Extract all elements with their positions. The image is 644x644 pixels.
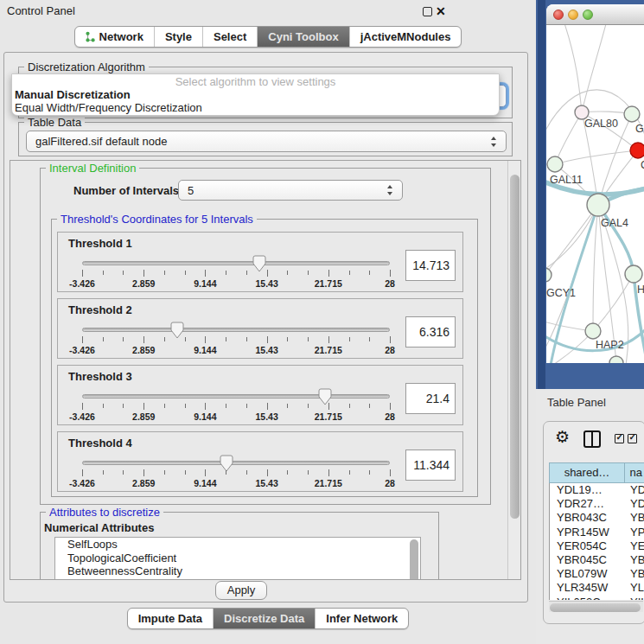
table-panel-title: Table Panel xyxy=(547,396,606,409)
cell-name[interactable]: YBR0 xyxy=(626,553,644,567)
cell-shared-name[interactable]: YBR043C xyxy=(550,511,626,525)
panel-scrollbar-thumb[interactable] xyxy=(510,175,520,519)
cell-shared-name[interactable]: YIL052C xyxy=(550,596,626,601)
table-row[interactable]: YBR045CYBR0 xyxy=(550,553,644,567)
threshold-value-field[interactable]: 21.4 xyxy=(405,383,456,414)
apply-button[interactable]: Apply xyxy=(215,581,267,600)
threshold-slider[interactable]: -3.4262.8599.14415.4321.71528 xyxy=(82,257,390,291)
network-node-gal4[interactable] xyxy=(587,194,609,216)
attributes-list-scrollbar[interactable] xyxy=(410,539,418,580)
threshold-slider[interactable]: -3.4262.8599.14415.4321.71528 xyxy=(82,456,390,491)
slider-track[interactable] xyxy=(82,261,390,265)
cell-shared-name[interactable]: YLR345W xyxy=(550,581,626,595)
tick-mark xyxy=(328,469,329,476)
algorithm-option-select-algorithm-to-view-settings[interactable]: Select algorithm to view settings xyxy=(12,75,499,88)
tab-network[interactable]: Network xyxy=(75,27,154,47)
attribute-item-betweennesscentrality[interactable]: BetweennessCentrality xyxy=(55,564,420,578)
table-row[interactable]: YLR345WYLR3 xyxy=(550,581,644,595)
threshold-slider[interactable]: -3.4262.8599.14415.4321.71528 xyxy=(82,390,390,424)
cell-shared-name[interactable]: YBL079W xyxy=(550,567,626,581)
cell-shared-name[interactable]: YER054C xyxy=(550,539,626,553)
slider-track[interactable] xyxy=(82,461,390,465)
threshold-value-field[interactable]: 6.316 xyxy=(405,316,456,348)
table-row[interactable]: YER054CYER0 xyxy=(550,539,644,553)
mac-minimize-button[interactable] xyxy=(568,10,578,20)
numerical-attributes-label: Numerical Attributes xyxy=(44,521,154,534)
cell-shared-name[interactable]: YDL19… xyxy=(550,483,626,497)
cell-name[interactable]: YLR3 xyxy=(626,581,644,595)
network-node-g[interactable] xyxy=(624,106,640,122)
algorithm-option-equal-width-frequency-discretization[interactable]: Equal Width/Frequency Discretization xyxy=(12,101,499,114)
table-data-combobox[interactable]: galFiltered.sif default node xyxy=(26,131,507,152)
network-node-label: G xyxy=(635,123,644,135)
tab-jactivemnodules[interactable]: jActiveMNodules xyxy=(349,27,462,47)
bottom-tab-impute-data[interactable]: Impute Data xyxy=(128,609,213,628)
tick-mark xyxy=(267,336,268,343)
slider-track[interactable] xyxy=(82,394,390,399)
network-view-window[interactable]: GAL80GCGAL11GAL4GCY1HHAP2 xyxy=(546,4,644,363)
tick-mark xyxy=(369,337,370,341)
attribute-item-selfloops[interactable]: SelfLoops xyxy=(55,538,420,552)
slider-track[interactable] xyxy=(82,328,390,332)
float-window-icon[interactable] xyxy=(423,7,432,16)
column-layout-icon[interactable] xyxy=(583,430,601,448)
table-row[interactable]: YBR043CYBR0 xyxy=(550,511,644,525)
cell-shared-name[interactable]: YDR27… xyxy=(550,497,626,511)
tick-mark xyxy=(123,271,124,275)
panel-scrollbar[interactable] xyxy=(507,161,520,579)
threshold-row-1: Threshold 1-3.4262.8599.14415.4321.71528… xyxy=(57,232,463,292)
cell-name[interactable]: YDR2 xyxy=(626,497,644,511)
cell-name[interactable]: YBR0 xyxy=(626,511,644,525)
tab-select[interactable]: Select xyxy=(202,27,257,47)
network-node-gcy1[interactable] xyxy=(546,268,552,282)
mac-zoom-button[interactable] xyxy=(583,10,593,20)
cell-name[interactable]: YBL0 xyxy=(626,567,644,581)
gear-icon[interactable]: ⚙ xyxy=(555,427,570,447)
tick-mark xyxy=(226,404,226,408)
tab-style[interactable]: Style xyxy=(154,27,202,47)
cell-name[interactable]: YPR1 xyxy=(626,526,644,539)
bottom-tab-discretize-data[interactable]: Discretize Data xyxy=(213,609,315,628)
table-header-row: shared… na xyxy=(549,462,644,483)
table-horizontal-scrollbar[interactable] xyxy=(549,601,643,612)
tick-mark xyxy=(103,470,104,475)
cell-name[interactable]: YIL0 xyxy=(626,596,644,601)
table-row[interactable]: YDR27…YDR2 xyxy=(550,497,644,511)
network-node-h[interactable] xyxy=(625,265,642,283)
attribute-item-topologicalcoefficient[interactable]: TopologicalCoefficient xyxy=(55,552,420,565)
cell-name[interactable]: YDL1 xyxy=(626,483,644,497)
table-hscroll-thumb[interactable] xyxy=(550,603,641,612)
close-icon[interactable]: ✕ xyxy=(436,3,446,19)
network-node-hap2[interactable] xyxy=(585,323,601,339)
checkbox-checked-icon[interactable] xyxy=(628,434,637,443)
cell-shared-name[interactable]: YBR045C xyxy=(550,553,626,567)
threshold-value-field[interactable]: 11.344 xyxy=(405,450,456,481)
cell-shared-name[interactable]: YPR145W xyxy=(550,526,626,539)
network-node[interactable] xyxy=(609,356,623,363)
mac-close-button[interactable] xyxy=(553,10,564,20)
bottom-tab-infer-network[interactable]: Infer Network xyxy=(315,609,408,628)
threshold-slider[interactable]: -3.4262.8599.14415.4321.71528 xyxy=(82,323,390,358)
checkbox-checked-icon[interactable] xyxy=(615,434,624,443)
network-node-c[interactable] xyxy=(630,143,644,158)
table-row[interactable]: YPR145WYPR1 xyxy=(550,526,644,539)
network-window-titlebar[interactable] xyxy=(546,4,644,25)
tick-mark xyxy=(226,470,226,475)
network-canvas[interactable]: GAL80GCGAL11GAL4GCY1HHAP2 xyxy=(546,25,644,363)
tick-mark xyxy=(185,404,186,408)
slider-ticks xyxy=(82,403,390,411)
tick-mark xyxy=(308,470,309,475)
column-header-shared-name[interactable]: shared… xyxy=(549,462,625,483)
numerical-attributes-list[interactable]: SelfLoopsTopologicalCoefficientBetweenne… xyxy=(54,537,421,580)
tab-cyni-toolbox[interactable]: Cyni Toolbox xyxy=(257,27,348,47)
column-header-name[interactable]: na xyxy=(625,462,644,483)
table-row[interactable]: YIL052CYIL0 xyxy=(550,596,644,601)
network-node-gal11[interactable] xyxy=(547,156,563,172)
number-of-intervals-spinner[interactable]: 5 xyxy=(178,180,403,201)
threshold-value-field[interactable]: 14.713 xyxy=(405,250,456,281)
table-row[interactable]: YBL079WYBL0 xyxy=(550,567,644,581)
thresholds-group: Threshold's Coordinates for 5 Intervals … xyxy=(51,219,478,497)
algorithm-option-manual-discretization[interactable]: Manual Discretization xyxy=(12,88,499,101)
table-row[interactable]: YDL19…YDL1 xyxy=(550,483,644,497)
cell-name[interactable]: YER0 xyxy=(626,539,644,553)
